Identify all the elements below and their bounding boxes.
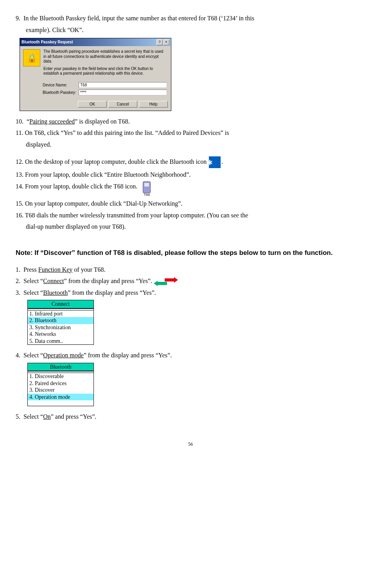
t68-icon: T68 <box>143 181 151 197</box>
ok-button[interactable]: OK <box>78 101 107 108</box>
device-name-field[interactable] <box>79 82 167 88</box>
lock-icon: 🔒 <box>23 49 40 66</box>
menu-item: 3. Synchronization <box>28 324 93 331</box>
passkey-field[interactable] <box>79 90 167 95</box>
connect-menu: Connect 1. Infrared port 2. Bluetooth 3.… <box>27 300 94 345</box>
t68-icon-label: T68 <box>144 193 150 197</box>
menu-item-selected: 2. Bluetooth <box>28 317 93 324</box>
step-11-cont: displayed. <box>26 140 365 150</box>
step-15: 15. On your laptop computer, double clic… <box>16 199 365 209</box>
device-name-label: Device Name: <box>43 82 79 88</box>
dialog-p1: The Bluetooth pairing procedure establis… <box>43 49 167 64</box>
menu-item: 5. Data comm.. <box>28 338 93 345</box>
step-9: 9. In the Bluetooth Passkey field, input… <box>16 13 365 23</box>
cancel-button[interactable]: Cancel <box>108 101 137 108</box>
passkey-label: Bluetooth Passkey: <box>43 90 79 96</box>
arrows-icon <box>157 278 176 285</box>
menu-item-selected: 4. Operation mode <box>28 394 93 401</box>
menu-item: 3. Discover <box>28 387 93 394</box>
step-9-cont: example). Click “OK”. <box>26 25 365 35</box>
bluetooth-icon: ∗ <box>209 156 221 168</box>
help-icon[interactable]: ? <box>156 39 163 45</box>
dialog-text: The Bluetooth pairing procedure establis… <box>43 49 167 79</box>
note-step-3: 3. Select “Bluetooth” from the display a… <box>16 288 365 298</box>
note-step-2: 2. Select “Connect” from the display and… <box>16 276 365 286</box>
menu-title: Bluetooth <box>28 363 93 371</box>
step-16: 16. T68 dials the number wirelessly tran… <box>16 210 365 220</box>
dialog-titlebar: Bluetooth Passkey Request ? × <box>20 38 171 46</box>
menu-item: 4. Networks <box>28 331 93 338</box>
dialog-p2: Enter your passkey in the field below an… <box>43 66 167 76</box>
close-icon[interactable]: × <box>163 39 169 45</box>
menu-item: 1. Discoverable <box>28 373 93 380</box>
step-12: 12. On the desktop of your laptop comput… <box>16 156 365 168</box>
note-step-5: 5. Select “On” and press “Yes”. <box>16 412 365 422</box>
menu-title: Connect <box>28 300 93 308</box>
bluetooth-menu: Bluetooth 1. Discoverable 2. Paired devi… <box>27 363 94 407</box>
note-step-1: 1. Press Function Key of your T68. <box>16 265 365 275</box>
menu-item: 1. Infrared port <box>28 310 93 317</box>
note-heading: Note: If “Discover” function of T68 is d… <box>16 248 365 258</box>
note-step-4: 4. Select “Operation mode” from the disp… <box>16 350 365 360</box>
step-11: 11. On T68, click “Yes” to add this pair… <box>16 128 365 138</box>
step-14: 14. From your laptop, double click the T… <box>16 181 365 197</box>
step-10: 10. “Pairing succeeded” is displayed on … <box>16 117 365 127</box>
page-number: 56 <box>16 441 365 448</box>
help-button[interactable]: Help <box>139 101 168 108</box>
dialog-title: Bluetooth Passkey Request <box>22 39 156 45</box>
text: In the Bluetooth Passkey field, input th… <box>23 15 254 22</box>
step-16-cont: dial-up number displayed on your T68). <box>26 222 365 232</box>
bluetooth-passkey-dialog: Bluetooth Passkey Request ? × 🔒 The Blue… <box>20 38 171 111</box>
step-13: 13. From your laptop, double click “Enti… <box>16 170 365 180</box>
menu-item: 2. Paired devices <box>28 380 93 387</box>
